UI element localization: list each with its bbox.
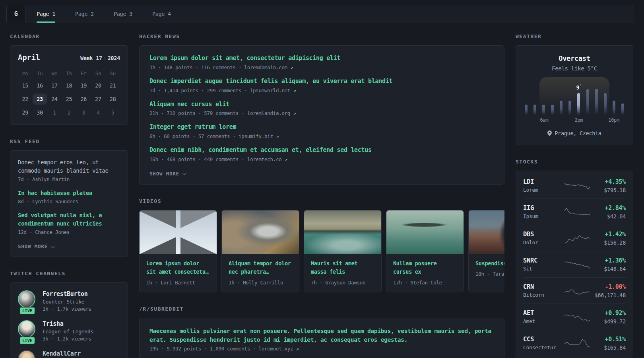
hn-item-link[interactable]: Donec imperdiet augue tincidunt felis al… [149, 77, 494, 86]
weekday-header: We [47, 69, 62, 78]
stock-name: Ipsum [523, 213, 564, 219]
rss-section-title: RSS FEED [10, 138, 128, 144]
hn-item-link[interactable]: Lorem ipsum dolor sit amet, consectetur … [149, 54, 494, 63]
stocks-widget: LDILorem +4.35%$795.18 IIGIpsum +2.84%$4… [516, 171, 633, 358]
video-thumbnail[interactable] [469, 210, 504, 254]
video-thumbnail[interactable] [304, 210, 381, 254]
video-title[interactable]: Nullam posuere cursus ex [393, 259, 457, 276]
twitch-avatar-wrap: LIVE [18, 320, 36, 342]
stock-row[interactable]: LDILorem +4.35%$795.18 [523, 173, 626, 199]
stock-row[interactable]: CCSConsectetur +0.51%$165.84 [523, 330, 626, 356]
rss-item-link[interactable]: In hac habitasse platea [18, 189, 120, 197]
video-card[interactable]: Aliquam tempor dolor nec pharetra… 1h · … [221, 210, 299, 292]
video-title[interactable]: Lorem ipsum dolor sit amet consectetu… [146, 259, 210, 276]
rss-show-more-button[interactable]: SHOW MORE [18, 243, 54, 249]
video-card[interactable]: Mauris sit amet massa felis 7h · Grayson… [304, 210, 382, 292]
stock-ticker[interactable]: SNRC [523, 257, 564, 264]
calendar-day: 22 [18, 93, 33, 105]
degree-symbol: ° [579, 84, 581, 88]
calendar-day: 27 [91, 93, 106, 105]
external-link-icon[interactable]: ↗ [285, 156, 287, 162]
peak-temp-value: 9 [576, 84, 580, 90]
weather-location: Prague, Czechia [547, 130, 601, 136]
weather-section: WEATHER Overcast Feels like 5°C 9° 6am 2… [516, 33, 633, 145]
tab-page-2[interactable]: Page 2 [75, 5, 94, 23]
weather-bar [525, 105, 528, 115]
external-link-icon[interactable]: ↗ [290, 64, 293, 70]
twitch-section: TWITCH CHANNELS LIVE ForrestBurton Count… [10, 270, 128, 358]
stock-row[interactable]: SNRCSit +1.36%$148.64 [523, 251, 626, 278]
avatar[interactable] [18, 350, 35, 358]
video-card[interactable]: Suspendisse diam 18h · Tara [468, 210, 504, 292]
stock-ticker[interactable]: IIG [523, 204, 564, 212]
external-link-icon[interactable]: ↗ [276, 133, 279, 139]
hn-item-link[interactable]: Donec enim nibh, condimentum et accumsan… [149, 146, 494, 155]
reddit-meta-text: 19h · 9,932 points · 1,090 comments · lo… [149, 346, 293, 352]
twitch-avatar-wrap [18, 350, 36, 358]
subreddit-widget: Maecenas mollis pulvinar erat non posuer… [139, 318, 504, 358]
external-link-icon[interactable]: ↗ [296, 346, 299, 352]
calendar-day: 28 [105, 93, 120, 105]
app-logo[interactable]: G [7, 5, 25, 23]
hn-item-meta: 16h · 468 points · 440 comments · loremt… [149, 156, 494, 162]
tab-page-3[interactable]: Page 3 [114, 5, 132, 23]
stock-ticker[interactable]: CCS [523, 336, 564, 343]
stock-row[interactable]: AETAmet +0.92%$499.72 [523, 304, 626, 330]
video-title[interactable]: Suspendisse diam [475, 259, 504, 268]
calendar-day: 19 [76, 80, 91, 91]
hn-item-link[interactable]: Integer eget rutrum lorem [149, 123, 494, 132]
avatar[interactable] [18, 290, 35, 308]
calendar-section: CALENDAR April Week 17·2024 Mo Tu We Th … [10, 33, 128, 125]
video-thumbnail[interactable] [386, 210, 464, 254]
weather-section-title: WEATHER [516, 33, 633, 39]
time-label: 10pm [608, 117, 619, 123]
live-badge: LIVE [19, 307, 35, 315]
tab-page-4[interactable]: Page 4 [152, 5, 171, 23]
stock-name: Consectetur [523, 344, 564, 350]
video-title[interactable]: Mauris sit amet massa felis [311, 259, 374, 276]
video-thumbnail[interactable] [222, 210, 299, 254]
twitch-channel-row[interactable]: LIVE Trisha League of Legends 3h · 1.2k … [18, 320, 120, 342]
stock-ticker[interactable]: CRN [523, 283, 564, 290]
twitch-channel-row[interactable]: KendallCarr [18, 350, 120, 358]
reddit-post-link[interactable]: Maecenas mollis pulvinar erat non posuer… [149, 327, 494, 344]
video-title[interactable]: Aliquam tempor dolor nec pharetra… [229, 259, 292, 276]
weather-feels-like: Feels like 5°C [525, 65, 624, 72]
hn-meta-text: 21h · 710 points · 579 comments · loreml… [149, 110, 290, 116]
rss-item-link[interactable]: Sed volutpat nulla nisl, a condimentum n… [18, 211, 120, 228]
stock-sparkline [564, 179, 590, 193]
stock-ticker[interactable]: LDI [523, 178, 564, 185]
hn-show-more-button[interactable]: SHOW MORE [149, 171, 185, 177]
weather-bar [533, 105, 536, 115]
video-thumbnail[interactable] [140, 210, 217, 254]
video-card[interactable]: Lorem ipsum dolor sit amet consectetu… 1… [139, 210, 217, 292]
rss-item-link[interactable]: Donec tempor eros leo, ut commodo mauris… [18, 158, 120, 175]
external-link-icon[interactable]: ↗ [293, 88, 296, 93]
stock-row[interactable]: IIGIpsum +2.84%$42.04 [523, 199, 626, 225]
weather-bar [604, 93, 607, 115]
twitch-channel-name[interactable]: Trisha [43, 320, 93, 327]
chevron-down-icon [50, 243, 55, 248]
time-label: 2pm [575, 117, 583, 123]
stock-change: +0.51% [590, 336, 626, 343]
stock-name: Dolor [523, 239, 564, 245]
calendar-year: 2024 [108, 55, 120, 61]
stock-row[interactable]: DBSDolor +1.42%$156.28 [523, 225, 626, 251]
video-card[interactable]: Nullam posuere cursus ex 17h · Stefan Co… [386, 210, 464, 292]
avatar[interactable] [18, 320, 35, 338]
twitch-channel-name[interactable]: ForrestBurton [43, 290, 91, 298]
twitch-channel-row[interactable]: LIVE ForrestBurton Counter-Strike 1h · 1… [18, 290, 120, 312]
twitch-channel-name[interactable]: KendallCarr [43, 350, 81, 357]
video-meta: 1h · Molly Carrillo [229, 280, 292, 286]
hn-item-link[interactable]: Aliquam nec cursus elit [149, 100, 494, 109]
stock-row[interactable]: AHS +0.46% [523, 356, 626, 358]
stock-ticker[interactable]: AET [523, 309, 564, 317]
rss-item: Donec tempor eros leo, ut commodo mauris… [18, 158, 120, 182]
hn-meta-text: 1d · 1,414 points · 299 comments · ipsum… [149, 88, 290, 93]
stock-price: $66,171.48 [590, 292, 626, 298]
stock-row[interactable]: CRNBitcorn -1.00%$66,171.48 [523, 278, 626, 304]
stock-ticker[interactable]: DBS [523, 231, 564, 238]
tab-page-1[interactable]: Page 1 [37, 5, 55, 23]
external-link-icon[interactable]: ↗ [293, 110, 296, 116]
weather-condition: Overcast [525, 54, 624, 62]
